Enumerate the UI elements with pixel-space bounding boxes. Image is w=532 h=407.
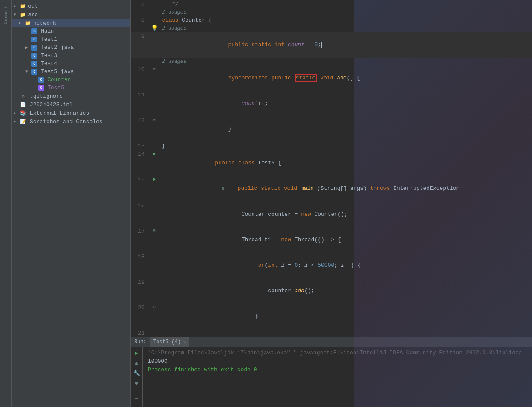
- line-content-21[interactable]: });: [159, 329, 532, 337]
- fold-icon-20[interactable]: ⊟: [153, 305, 155, 310]
- fold-icon-15[interactable]: ⊟: [222, 187, 224, 191]
- tree-label-counter: Counter: [48, 76, 71, 83]
- run-cmd-line: "C:\Program Files\Java\jdk-17\bin\java.e…: [148, 349, 527, 357]
- line-number-11: 11: [131, 91, 150, 116]
- line-number-21: 21: [131, 329, 150, 337]
- line-content-15[interactable]: ⊟ public static void main (String[] args…: [159, 176, 532, 202]
- usage-text-8: 2 usages: [159, 8, 532, 16]
- tree-item-counter[interactable]: C Counter: [12, 76, 130, 84]
- tree-item-src[interactable]: ▼ 📁 src: [12, 10, 130, 19]
- gutter-13: [150, 142, 159, 150]
- folder-icon-external-libs: 📚: [20, 110, 26, 116]
- line-content-9[interactable]: public static int count = 0;: [159, 32, 532, 58]
- line-number-12: 12: [131, 116, 150, 142]
- commit-label: Commit: [3, 5, 8, 25]
- line-content-13[interactable]: }: [159, 142, 532, 150]
- line-content-17[interactable]: Thread t1 = new Thread(() -> {: [159, 227, 532, 253]
- tree-label-out: out: [28, 3, 38, 9]
- line-num-usage-10: [131, 58, 150, 65]
- line-num-usage-8: [131, 8, 150, 16]
- line-content-20[interactable]: }: [159, 304, 532, 329]
- line-number-19: 19: [131, 278, 150, 304]
- fold-icon-17[interactable]: ⊟: [153, 229, 155, 233]
- code-line-18: 18 for(int i = 0; i < 50000; i++) {: [131, 253, 532, 278]
- code-line-14: 14 ▶ public class Test5 {: [131, 150, 532, 176]
- tree-arrow-test3: [25, 53, 31, 58]
- fold-icon-12[interactable]: ⊟: [153, 118, 155, 122]
- tree-item-test5java[interactable]: ▼ C Test5.java: [12, 68, 130, 76]
- class-icon-test4: C: [31, 61, 37, 67]
- run-output-line: 100000: [148, 357, 527, 366]
- tree-item-test4[interactable]: C Test4: [12, 59, 130, 68]
- fold-icon-10[interactable]: ⊟: [153, 67, 155, 71]
- run-arrow-14[interactable]: ▶: [153, 151, 156, 156]
- run-arrow-15[interactable]: ▶: [153, 177, 156, 182]
- usage-text-10: 2 usages: [159, 58, 532, 65]
- line-number-8: 8: [131, 16, 150, 25]
- line-content-8[interactable]: class Counter {: [159, 16, 532, 25]
- run-finish-line: Process finished with exit code 0: [148, 366, 527, 374]
- tree-item-network[interactable]: ▶ 📁 network: [12, 19, 130, 27]
- code-line-11: 11 count++;: [131, 91, 532, 116]
- class-icon-test1: C: [31, 37, 37, 42]
- gutter-usage-10: [150, 58, 159, 65]
- usage-hint-row-8: 2 usages: [131, 8, 532, 16]
- tree-item-out[interactable]: ▶ 📁 out: [12, 2, 130, 10]
- line-number-16: 16: [131, 202, 150, 227]
- tree-item-test3[interactable]: C Test3: [12, 51, 130, 59]
- tree-arrow-network: ▶: [19, 20, 24, 25]
- run-lines-button[interactable]: ≡: [132, 395, 141, 404]
- gutter-15: ▶: [150, 176, 159, 202]
- run-wrench-button[interactable]: 🔧: [132, 369, 141, 378]
- run-tab-close[interactable]: ✕: [183, 339, 186, 345]
- tree-item-main[interactable]: C Main: [12, 27, 130, 35]
- line-content-18[interactable]: for(int i = 0; i < 50000; i++) {: [159, 253, 532, 278]
- line-number-14: 14: [131, 150, 150, 176]
- line-content-7[interactable]: */: [159, 0, 532, 8]
- line-content-19[interactable]: counter.add();: [159, 278, 532, 304]
- code-editor[interactable]: 7 */ 2 usages 8: [131, 0, 532, 337]
- line-number-15: 15: [131, 176, 150, 202]
- line-content-14[interactable]: public class Test5 {: [159, 150, 532, 176]
- editor-area: 7 */ 2 usages 8: [131, 0, 532, 407]
- gutter-16: [150, 202, 159, 227]
- code-line-9: 9 public static int count = 0;: [131, 32, 532, 58]
- gutter-usage-9: 💡: [150, 25, 159, 32]
- code-line-20: 20 ⊟ }: [131, 304, 532, 329]
- tree-item-iml[interactable]: 📄 J20240423.iml: [12, 100, 130, 109]
- tree-item-scratches[interactable]: ▶ 📝 Scratches and Consoles: [12, 117, 130, 126]
- run-down-button[interactable]: ▼: [132, 379, 141, 388]
- code-line-19: 19 counter.add();: [131, 278, 532, 304]
- tree-label-test5inner: Test5: [48, 85, 64, 91]
- folder-icon-src: 📁: [20, 11, 26, 18]
- gutter-9: [150, 32, 159, 58]
- run-main: ▶ ▲ 🔧 ▼ ≡ ⊞ "C:\Program Files\Java\jdk-1…: [131, 347, 532, 407]
- gutter-21: [150, 329, 159, 337]
- class-icon-test2: C: [31, 45, 37, 51]
- code-line-7: 7 */: [131, 0, 532, 8]
- highlighted-static: static: [295, 74, 317, 82]
- tree-item-test2java[interactable]: ▶ C Test2.java: [12, 43, 130, 51]
- line-content-12[interactable]: }: [159, 116, 532, 142]
- tree-item-test1[interactable]: C Test1: [12, 35, 130, 43]
- tree-arrow-test5java: ▼: [25, 69, 31, 74]
- line-content-11[interactable]: count++;: [159, 91, 532, 116]
- class-icon-counter: C: [38, 77, 44, 83]
- tree-item-gitignore[interactable]: ⚙ .gitignore: [12, 92, 130, 100]
- run-play-button[interactable]: ▶: [132, 349, 141, 357]
- line-content-16[interactable]: Counter counter = new Counter();: [159, 202, 532, 227]
- line-content-10[interactable]: synchronized public static void add() {: [159, 65, 532, 91]
- run-list-button[interactable]: ⊞: [132, 405, 141, 407]
- tree-item-external-libs[interactable]: ▶ 📚 External Libraries: [12, 109, 130, 117]
- usage-hint-row-9: 💡 2 usages: [131, 25, 532, 32]
- tree-item-test5inner[interactable]: C Test5: [12, 84, 130, 92]
- run-tab-test5[interactable]: Test5 (4) ✕: [150, 337, 189, 347]
- bulb-icon-9[interactable]: 💡: [151, 25, 158, 31]
- class-icon-test5java: C: [31, 69, 37, 75]
- run-up-button[interactable]: ▲: [132, 359, 141, 367]
- tree-arrow-counter: [32, 77, 37, 82]
- gutter-14: ▶: [150, 150, 159, 176]
- class-icon-main: C: [31, 28, 37, 34]
- gutter-8: [150, 16, 159, 25]
- tree-label-network: network: [33, 20, 56, 26]
